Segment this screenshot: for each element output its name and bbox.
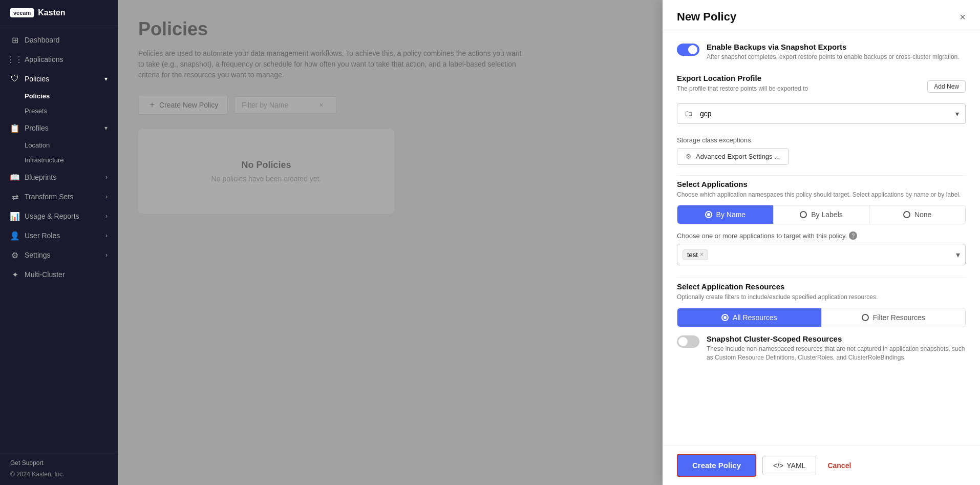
user-roles-icon: 👤 (10, 231, 19, 240)
tag-dropdown-arrow-icon: ▾ (956, 250, 960, 260)
filter-resources-option[interactable]: Filter Resources (822, 308, 966, 327)
enable-backups-toggle[interactable] (677, 44, 699, 56)
sidebar-item-label: Settings (25, 251, 51, 259)
select-resources-section: Select Application Resources Optionally … (677, 282, 966, 362)
section-sub: The profile that restore points will be … (677, 85, 808, 93)
radio-dot-icon (800, 211, 807, 218)
sidebar: veeam Kasten ⊞ Dashboard ⋮⋮ Applications… (0, 0, 118, 485)
close-button[interactable]: × (960, 12, 966, 22)
application-selection-radio-group: By Name By Labels None (677, 205, 966, 224)
sidebar-item-label: Profiles (25, 124, 49, 132)
sidebar-item-label: Blueprints (25, 173, 56, 181)
panel-title: New Policy (677, 10, 736, 24)
get-support-link[interactable]: Get Support (10, 459, 108, 467)
snapshot-cluster-label-group: Snapshot Cluster-Scoped Resources These … (707, 334, 966, 362)
logo: veeam Kasten (0, 0, 118, 26)
sidebar-item-usage-reports[interactable]: 📊 Usage & Reports › (0, 206, 118, 226)
code-icon: </> (773, 461, 783, 470)
sidebar-item-multi-cluster[interactable]: ✦ Multi-Cluster (0, 265, 118, 284)
sidebar-subitem-presets[interactable]: Presets (0, 103, 118, 118)
sidebar-nav: ⊞ Dashboard ⋮⋮ Applications 🛡 Policies ▾… (0, 26, 118, 452)
sidebar-subitem-location[interactable]: Location (0, 138, 118, 153)
help-icon[interactable]: ? (849, 231, 857, 240)
selected-profile-value: gcp (700, 110, 712, 118)
target-apps-label: Choose one or more applications to targe… (677, 232, 847, 240)
enable-backups-label: Enable Backups via Snapshot Exports (707, 43, 960, 51)
enable-backups-sub: After snapshot completes, export restore… (707, 53, 960, 61)
sidebar-subitem-policies[interactable]: Policies (0, 89, 118, 103)
divider (677, 278, 966, 278)
divider (677, 175, 966, 176)
chevron-right-icon: › (105, 232, 108, 239)
toggle-slider (677, 44, 699, 56)
none-option[interactable]: None (869, 205, 965, 224)
sidebar-footer: Get Support © 2024 Kasten, Inc. (0, 452, 118, 485)
by-labels-option[interactable]: By Labels (774, 205, 870, 224)
multi-cluster-icon: ✦ (10, 270, 19, 279)
location-profile-select[interactable]: 🗂 gcp ▾ (677, 103, 966, 124)
panel-body: Enable Backups via Snapshot Exports Afte… (663, 32, 980, 445)
tag-test: test × (683, 249, 708, 260)
radio-dot-icon (903, 211, 910, 218)
create-policy-button[interactable]: Create Policy (677, 454, 756, 477)
sidebar-item-policies[interactable]: 🛡 Policies ▾ (0, 69, 118, 89)
yaml-button[interactable]: </> YAML (762, 456, 816, 475)
sidebar-item-label: Policies (25, 75, 49, 83)
main-content: Policies Policies are used to automate y… (118, 0, 980, 485)
applications-icon: ⋮⋮ (10, 55, 19, 64)
chevron-down-icon: ▾ (104, 75, 108, 82)
sidebar-item-label: Usage & Reports (25, 212, 79, 220)
sidebar-item-transform-sets[interactable]: ⇄ Transform Sets › (0, 187, 118, 206)
export-location-header: Export Location Profile The profile that… (677, 74, 966, 99)
by-name-option[interactable]: By Name (677, 205, 774, 224)
none-label: None (914, 210, 931, 219)
policies-icon: 🛡 (10, 74, 19, 83)
settings-icon: ⚙ (10, 250, 19, 260)
select-resources-sub: Optionally create filters to include/exc… (677, 293, 966, 302)
radio-dot-icon (721, 314, 729, 321)
export-location-section: Export Location Profile The profile that… (677, 74, 966, 124)
export-location-title: Export Location Profile The profile that… (677, 74, 808, 99)
sidebar-item-profiles[interactable]: 📋 Profiles ▾ (0, 118, 118, 138)
chevron-right-icon: › (105, 193, 108, 200)
snapshot-cluster-toggle[interactable] (677, 335, 699, 348)
all-resources-option[interactable]: All Resources (677, 308, 822, 327)
yaml-label: YAML (786, 461, 805, 470)
enable-backups-row: Enable Backups via Snapshot Exports Afte… (677, 43, 966, 61)
all-resources-label: All Resources (733, 313, 777, 322)
dashboard-icon: ⊞ (10, 35, 19, 45)
new-policy-panel: New Policy × Enable Backups via Snapshot… (663, 0, 980, 485)
gear-icon: ⚙ (686, 153, 692, 160)
copyright-text: © 2024 Kasten, Inc. (10, 471, 108, 478)
select-apps-title: Select Applications (677, 180, 966, 188)
snapshot-cluster-title: Snapshot Cluster-Scoped Resources (707, 334, 966, 343)
reports-icon: 📊 (10, 212, 19, 221)
section-title: Export Location Profile (677, 74, 808, 82)
sidebar-item-blueprints[interactable]: 📖 Blueprints › (0, 167, 118, 187)
sidebar-subitem-infrastructure[interactable]: Infrastructure (0, 153, 118, 167)
select-applications-section: Select Applications Choose which applica… (677, 180, 966, 266)
tag-close-button[interactable]: × (700, 251, 704, 258)
cancel-button[interactable]: Cancel (822, 456, 856, 475)
sidebar-item-user-roles[interactable]: 👤 User Roles › (0, 226, 118, 245)
sidebar-item-applications[interactable]: ⋮⋮ Applications (0, 50, 118, 69)
chevron-down-icon: ▾ (104, 124, 108, 132)
by-labels-label: By Labels (811, 210, 842, 219)
tag-label: test (687, 251, 698, 259)
applications-tag-input[interactable]: test × ▾ (677, 244, 966, 265)
sidebar-item-label: Dashboard (25, 36, 60, 44)
toggle-slider (677, 335, 699, 348)
advanced-export-settings-button[interactable]: ⚙ Advanced Export Settings ... (677, 148, 789, 165)
dropdown-arrow-icon: ▾ (955, 110, 959, 118)
by-name-label: By Name (716, 210, 746, 219)
storage-exceptions-section: Storage class exceptions ⚙ Advanced Expo… (677, 136, 966, 165)
add-new-profile-button[interactable]: Add New (927, 80, 966, 93)
select-apps-sub: Choose which application namespaces this… (677, 191, 966, 199)
sidebar-item-settings[interactable]: ⚙ Settings › (0, 245, 118, 265)
select-resources-title: Select Application Resources (677, 282, 966, 291)
chevron-right-icon: › (105, 174, 108, 181)
sidebar-item-dashboard[interactable]: ⊞ Dashboard (0, 30, 118, 50)
filter-resources-label: Filter Resources (873, 313, 925, 322)
advanced-settings-label: Advanced Export Settings ... (696, 153, 780, 160)
profiles-icon: 📋 (10, 123, 19, 133)
